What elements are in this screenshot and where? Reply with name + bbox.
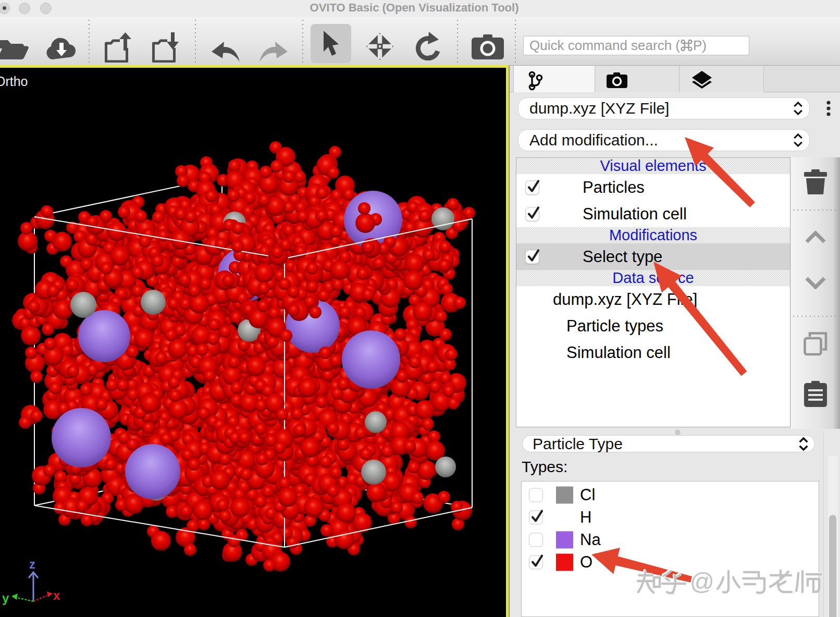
svg-text:@: @ (690, 569, 714, 595)
svg-text:x: x (53, 588, 60, 602)
svg-text:y: y (2, 591, 9, 605)
svg-text:z: z (29, 557, 35, 571)
